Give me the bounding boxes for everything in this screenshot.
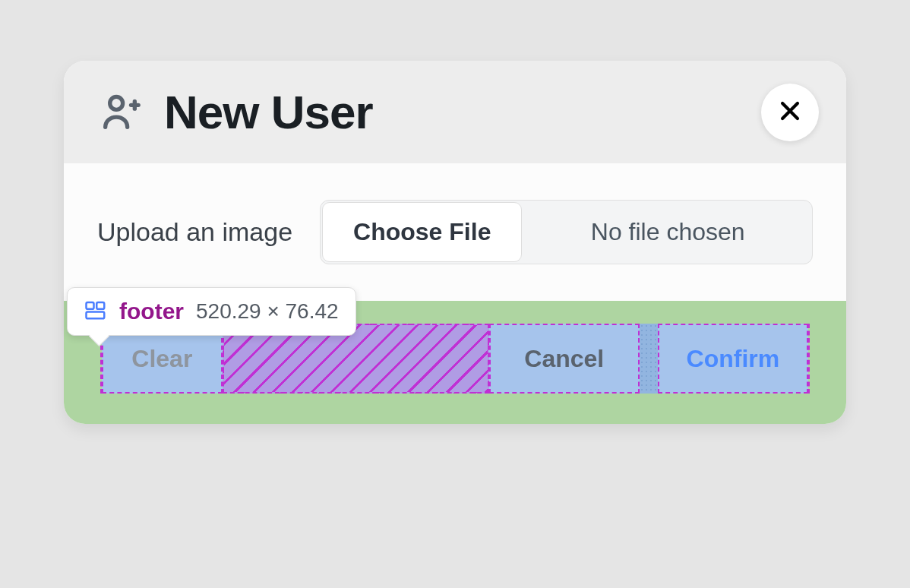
cancel-button[interactable]: Cancel (489, 324, 640, 394)
tooltip-element-dimensions: 520.29 × 76.42 (196, 299, 339, 324)
flex-gap-indicator (640, 324, 658, 394)
file-status: No file chosen (523, 201, 812, 264)
upload-label: Upload an image (97, 217, 292, 247)
svg-rect-5 (87, 302, 94, 309)
svg-point-0 (110, 96, 123, 109)
close-button[interactable] (761, 84, 819, 141)
dialog-body: Upload an image Choose File No file chos… (64, 163, 846, 301)
confirm-button[interactable]: Confirm (658, 324, 808, 394)
file-picker[interactable]: Choose File No file chosen (320, 200, 813, 264)
add-user-icon (97, 90, 143, 135)
new-user-dialog: New User Upload an image Choose File No … (64, 61, 846, 424)
choose-file-button[interactable]: Choose File (322, 202, 522, 262)
flex-container-icon (84, 299, 107, 324)
svg-rect-6 (96, 302, 104, 309)
svg-rect-7 (87, 312, 105, 319)
dialog-title: New User (164, 85, 373, 139)
dialog-header: New User (64, 61, 846, 163)
close-icon (777, 98, 803, 126)
tooltip-element-tag: footer (119, 299, 184, 324)
devtools-inspect-tooltip: footer 520.29 × 76.42 (67, 287, 356, 336)
